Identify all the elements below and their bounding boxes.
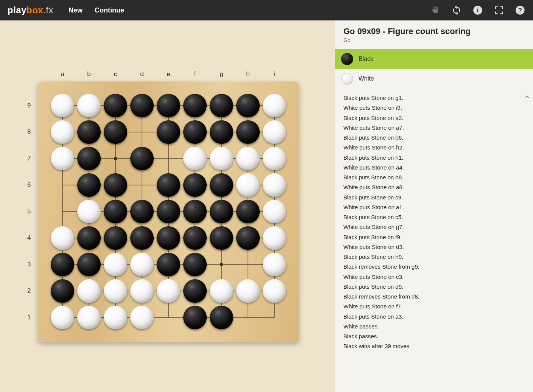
- white-stone[interactable]: [51, 147, 74, 170]
- black-stone[interactable]: [77, 147, 101, 170]
- black-stone[interactable]: [130, 226, 154, 250]
- white-stone[interactable]: [130, 253, 154, 276]
- fullscreen-icon[interactable]: [494, 5, 504, 16]
- black-stone[interactable]: [51, 279, 74, 303]
- white-stone[interactable]: [263, 226, 286, 250]
- row-label: 9: [27, 102, 31, 109]
- white-stone[interactable]: [51, 226, 74, 250]
- log-entry: Black puts Stone on b8.: [343, 173, 529, 182]
- log-entry: Black puts Stone on h1.: [343, 153, 529, 163]
- black-stone[interactable]: [157, 200, 180, 223]
- white-stone[interactable]: [51, 306, 74, 329]
- white-stone[interactable]: [236, 147, 260, 170]
- header-icons: ?: [430, 5, 525, 16]
- black-stone[interactable]: [77, 173, 101, 197]
- move-log[interactable]: Black puts Stone on g1.White puts Stone …: [343, 93, 529, 392]
- black-stone[interactable]: [210, 200, 233, 223]
- white-stone[interactable]: [263, 147, 286, 170]
- nav-new[interactable]: New: [69, 6, 83, 14]
- white-stone[interactable]: [263, 94, 286, 117]
- black-stone[interactable]: [183, 173, 207, 197]
- log-entry: Black puts Stone on h9.: [343, 252, 529, 262]
- black-stone[interactable]: [130, 94, 154, 117]
- logo-part-1: play: [8, 5, 26, 15]
- white-stone[interactable]: [236, 279, 260, 303]
- white-stone[interactable]: [130, 306, 154, 329]
- black-stone[interactable]: [130, 200, 154, 223]
- black-stone[interactable]: [157, 253, 180, 276]
- black-stone[interactable]: [130, 147, 154, 170]
- black-stone-icon: [341, 53, 353, 65]
- white-stone[interactable]: [77, 279, 101, 303]
- go-board[interactable]: [38, 81, 299, 342]
- black-stone[interactable]: [77, 120, 101, 144]
- black-stone[interactable]: [236, 200, 260, 223]
- refresh-icon[interactable]: [451, 5, 462, 16]
- black-stone[interactable]: [210, 173, 233, 197]
- white-stone[interactable]: [130, 279, 154, 303]
- log-entry: White puts Stone on f7.: [343, 302, 529, 311]
- white-stone[interactable]: [263, 120, 286, 144]
- black-stone[interactable]: [104, 120, 127, 144]
- black-stone[interactable]: [104, 226, 127, 250]
- nav-continue[interactable]: Continue: [95, 6, 124, 14]
- info-icon[interactable]: [472, 5, 483, 16]
- black-stone[interactable]: [104, 173, 127, 197]
- black-stone[interactable]: [210, 94, 233, 117]
- help-icon[interactable]: ?: [515, 5, 525, 16]
- black-stone[interactable]: [183, 120, 207, 144]
- black-stone[interactable]: [183, 306, 207, 329]
- white-stone[interactable]: [77, 94, 101, 117]
- log-entry: White passes.: [343, 322, 529, 331]
- log-entry: White puts Stone on a7.: [343, 123, 529, 133]
- log-entry: White puts Stone on d3.: [343, 242, 529, 252]
- black-stone[interactable]: [104, 200, 127, 223]
- white-stone[interactable]: [51, 120, 74, 144]
- white-stone[interactable]: [236, 173, 260, 197]
- black-stone[interactable]: [183, 94, 207, 117]
- game-title: Go 09x09 - Figure count scoring: [343, 26, 525, 36]
- white-stone[interactable]: [77, 306, 101, 329]
- black-stone[interactable]: [157, 226, 180, 250]
- white-stone[interactable]: [210, 147, 233, 170]
- col-label: e: [165, 70, 172, 78]
- black-stone[interactable]: [77, 226, 101, 250]
- white-stone[interactable]: [210, 279, 233, 303]
- black-stone[interactable]: [236, 120, 260, 144]
- player-row-black[interactable]: Black: [335, 49, 533, 69]
- svg-point-23: [114, 157, 117, 160]
- white-stone[interactable]: [157, 279, 180, 303]
- log-entry: Black puts Stone on a2.: [343, 113, 529, 123]
- white-stone[interactable]: [104, 279, 127, 303]
- white-stone[interactable]: [263, 173, 286, 197]
- white-stone[interactable]: [51, 94, 74, 117]
- black-stone[interactable]: [77, 253, 101, 276]
- black-stone[interactable]: [157, 173, 180, 197]
- black-stone[interactable]: [183, 253, 207, 276]
- black-stone[interactable]: [210, 120, 233, 144]
- black-stone[interactable]: [104, 94, 127, 117]
- black-stone[interactable]: [183, 200, 207, 223]
- col-label: i: [271, 70, 278, 78]
- white-stone[interactable]: [104, 306, 127, 329]
- log-entry: Black removes Stone from d8.: [343, 292, 529, 302]
- log-entry: White puts Stone on i9.: [343, 103, 529, 113]
- white-stone[interactable]: [77, 200, 101, 223]
- white-stone[interactable]: [183, 147, 207, 170]
- white-stone[interactable]: [263, 279, 286, 303]
- black-stone[interactable]: [210, 306, 233, 329]
- white-stone[interactable]: [263, 253, 286, 276]
- black-stone[interactable]: [210, 226, 233, 250]
- black-stone[interactable]: [183, 226, 207, 250]
- hand-icon[interactable]: [430, 5, 441, 16]
- player-row-white[interactable]: White: [335, 69, 533, 89]
- white-stone[interactable]: [263, 200, 286, 223]
- black-stone[interactable]: [157, 94, 180, 117]
- row-label: 8: [27, 128, 31, 136]
- black-stone[interactable]: [51, 253, 74, 276]
- black-stone[interactable]: [157, 120, 180, 144]
- black-stone[interactable]: [183, 279, 207, 303]
- black-stone[interactable]: [236, 226, 260, 250]
- black-stone[interactable]: [236, 94, 260, 117]
- white-stone[interactable]: [104, 253, 127, 276]
